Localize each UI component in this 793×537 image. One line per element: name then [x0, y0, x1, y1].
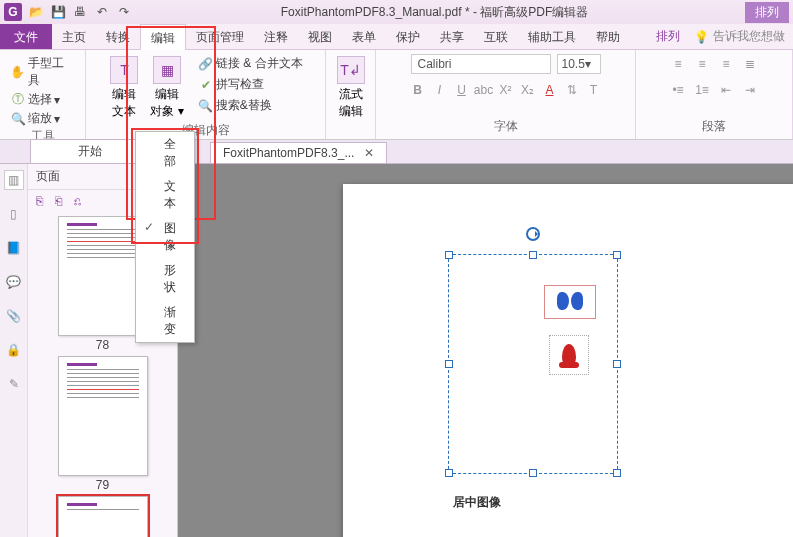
nav-layers-icon[interactable]: ▯ [4, 204, 24, 224]
thumb-next[interactable] [58, 496, 148, 537]
bullets-button[interactable]: •≡ [668, 80, 688, 100]
edit-object-dropdown: 全部 文本 图像 形状 渐变 [135, 131, 195, 343]
flow-edit-button[interactable]: T↲ 流式 编辑 [333, 54, 369, 122]
close-tab-icon[interactable]: ✕ [364, 146, 374, 160]
select-tool[interactable]: Ⓣ选择 ▾ [8, 90, 77, 109]
nav-comments-icon[interactable]: 💬 [4, 272, 24, 292]
rotate-handle-icon[interactable] [526, 227, 540, 241]
print-icon[interactable]: 🖶 [72, 4, 88, 20]
selection-frame[interactable] [448, 254, 618, 474]
dd-image[interactable]: 图像 [136, 216, 194, 258]
cursor-icon: Ⓣ [10, 92, 26, 108]
contextual-tab-arrange[interactable]: 排列 [745, 2, 789, 23]
dd-shape[interactable]: 形状 [136, 258, 194, 300]
pdf-page: 居中图像 B. 像 如 图 编 [343, 184, 793, 537]
strike-button[interactable]: abc [474, 80, 494, 100]
window-title: FoxitPhantomPDF8.3_Manual.pdf * - 福昕高级PD… [132, 4, 737, 21]
super-button[interactable]: X² [496, 80, 516, 100]
justify-button[interactable]: ≣ [740, 54, 760, 74]
panel-tool-2-icon[interactable]: ⎗ [55, 194, 62, 208]
nav-pages-icon[interactable]: ▥ [4, 170, 24, 190]
nav-sign-icon[interactable]: ✎ [4, 374, 24, 394]
tab-help[interactable]: 帮助 [586, 24, 630, 49]
group-tools: ✋手型工具 Ⓣ选择 ▾ 🔍缩放 ▾ 工具 [0, 50, 86, 139]
align-left-button[interactable]: ≡ [668, 54, 688, 74]
handle-w[interactable] [445, 360, 453, 368]
numbering-button[interactable]: 1≡ [692, 80, 712, 100]
file-menu[interactable]: 文件 [0, 24, 52, 49]
document-tab-label: FoxitPhantomPDF8.3_... [223, 146, 354, 160]
font-name-select[interactable]: Calibri [411, 54, 551, 74]
group-paragraph: ≡ ≡ ≡ ≣ •≡ 1≡ ⇤ ⇥ 段落 [636, 50, 793, 139]
thumb-78[interactable]: 78 [58, 216, 148, 352]
spacing-button[interactable]: ⇅ [562, 80, 582, 100]
dd-gradient[interactable]: 渐变 [136, 300, 194, 342]
tab-convert[interactable]: 转换 [96, 24, 140, 49]
find-replace[interactable]: 🔍搜索&替换 [196, 96, 305, 115]
open-icon[interactable]: 📂 [28, 4, 44, 20]
tab-view[interactable]: 视图 [298, 24, 342, 49]
nav-strip: ▥ ▯ 📘 💬 📎 🔒 ✎ [0, 164, 28, 537]
align-right-button[interactable]: ≡ [716, 54, 736, 74]
thumb-79[interactable]: 79 [58, 356, 148, 492]
hand-tool[interactable]: ✋手型工具 [8, 54, 77, 90]
redo-icon[interactable]: ↷ [116, 4, 132, 20]
caption-text: 居中图像 [453, 494, 501, 511]
underline-button[interactable]: U [452, 80, 472, 100]
handle-ne[interactable] [613, 251, 621, 259]
search-icon: 🔍 [198, 98, 214, 114]
handle-s[interactable] [529, 469, 537, 477]
handle-sw[interactable] [445, 469, 453, 477]
edit-object-button[interactable]: ▦ 编辑 对象 ▾ [146, 54, 187, 122]
tell-me[interactable]: 告诉我您想做 [713, 28, 785, 45]
edit-object-icon: ▦ [153, 56, 181, 84]
tab-edit[interactable]: 编辑 [140, 24, 186, 50]
indent-dec-button[interactable]: ⇤ [716, 80, 736, 100]
handle-e[interactable] [613, 360, 621, 368]
tab-share[interactable]: 共享 [430, 24, 474, 49]
tab-arrange[interactable]: 排列 [646, 23, 690, 50]
edit-text-button[interactable]: T 编辑 文本 [106, 54, 142, 122]
image-chess[interactable] [549, 335, 589, 375]
tab-page-manage[interactable]: 页面管理 [186, 24, 254, 49]
group-font: Calibri 10.5 ▾ B I U abc X² X₂ A ⇅ T 字体 [376, 50, 636, 139]
document-view[interactable]: 居中图像 B. 像 如 图 编 [178, 164, 793, 537]
font-size-select[interactable]: 10.5 ▾ [557, 54, 601, 74]
dd-text[interactable]: 文本 [136, 174, 194, 216]
handle-nw[interactable] [445, 251, 453, 259]
start-tab[interactable]: 开始 [30, 139, 150, 163]
bold-button[interactable]: B [408, 80, 428, 100]
handle-n[interactable] [529, 251, 537, 259]
bulb-icon: 💡 [694, 30, 709, 44]
image-butterfly[interactable] [544, 285, 596, 319]
sub-button[interactable]: X₂ [518, 80, 538, 100]
document-tab[interactable]: FoxitPhantomPDF8.3_... ✕ [210, 142, 387, 163]
zoom-tool[interactable]: 🔍缩放 ▾ [8, 109, 77, 128]
dd-all[interactable]: 全部 [136, 132, 194, 174]
panel-tool-3-icon[interactable]: ⎌ [74, 194, 81, 208]
spell-check[interactable]: ✔拼写检查 [196, 75, 305, 94]
tab-assist[interactable]: 辅助工具 [518, 24, 586, 49]
nav-attach-icon[interactable]: 📎 [4, 306, 24, 326]
panel-tool-1-icon[interactable]: ⎘ [36, 194, 43, 208]
group-flow: T↲ 流式 编辑 [326, 50, 376, 139]
link-icon: 🔗 [198, 56, 214, 72]
tab-form[interactable]: 表单 [342, 24, 386, 49]
save-icon[interactable]: 💾 [50, 4, 66, 20]
clear-button[interactable]: T [584, 80, 604, 100]
link-merge-text[interactable]: 🔗链接 & 合并文本 [196, 54, 305, 73]
tab-home[interactable]: 主页 [52, 24, 96, 49]
hand-icon: ✋ [10, 64, 26, 80]
handle-se[interactable] [613, 469, 621, 477]
tab-protect[interactable]: 保护 [386, 24, 430, 49]
indent-inc-button[interactable]: ⇥ [740, 80, 760, 100]
tab-connect[interactable]: 互联 [474, 24, 518, 49]
undo-icon[interactable]: ↶ [94, 4, 110, 20]
align-center-button[interactable]: ≡ [692, 54, 712, 74]
nav-security-icon[interactable]: 🔒 [4, 340, 24, 360]
nav-bookmarks-icon[interactable]: 📘 [4, 238, 24, 258]
tab-annotate[interactable]: 注释 [254, 24, 298, 49]
font-color-button[interactable]: A [540, 80, 560, 100]
group-label-font: 字体 [494, 118, 518, 137]
italic-button[interactable]: I [430, 80, 450, 100]
